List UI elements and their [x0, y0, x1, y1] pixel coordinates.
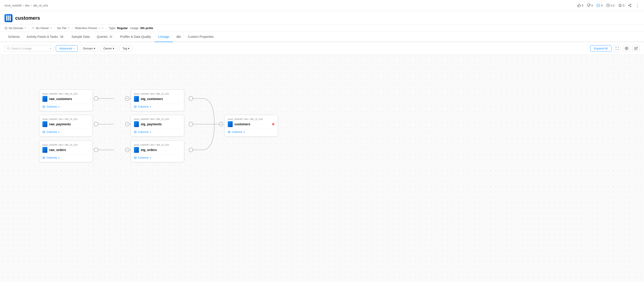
columns-icon: [134, 105, 137, 108]
node-stg-payments-columns[interactable]: Columns ▾: [134, 129, 181, 133]
connector-stg-orders-out: [189, 148, 193, 152]
retention-meta: Retention Period: -- ✎: [75, 26, 104, 30]
domain-filter-button[interactable]: Domain ▾: [80, 45, 98, 52]
connector-raw-customers-out: [94, 96, 98, 101]
clock-count: 0.2: [611, 4, 615, 7]
usage-value: 0th pctile: [140, 26, 153, 30]
svg-rect-42: [134, 157, 136, 159]
retention-value: --: [98, 26, 100, 30]
connector-stg-orders-in: −: [125, 148, 130, 152]
thumbsup-metric[interactable]: 0: [577, 4, 583, 7]
search-icon: [7, 47, 10, 50]
lineage-connections: [0, 55, 644, 282]
columns-chevron-icon: ▾: [150, 131, 151, 133]
tab-dbt[interactable]: dbt: [173, 32, 184, 42]
node-stg-orders-columns[interactable]: Columns ▾: [134, 155, 181, 159]
type-prefix: Type:: [109, 26, 116, 30]
node-raw-payments-name-row: raw_payments: [42, 121, 89, 127]
tab-queries-badge: 0: [109, 35, 113, 38]
node-raw-orders-name-row: raw_orders: [42, 147, 89, 153]
breadcrumb-part-3[interactable]: dbt_cli_e2e: [33, 4, 48, 7]
owner-filter-button[interactable]: Owner ▾: [100, 45, 117, 52]
settings-button[interactable]: [623, 45, 630, 52]
tag-filter-button[interactable]: Tag ▾: [120, 45, 132, 52]
node-raw-customers-columns[interactable]: Columns ▾: [42, 104, 89, 108]
tab-lineage[interactable]: Lineage: [154, 32, 173, 42]
node-raw-orders-columns[interactable]: Columns ▾: [42, 155, 89, 159]
current-node-marker: ✖: [272, 122, 275, 126]
domain-edit[interactable]: ✎: [24, 27, 26, 30]
node-raw-payments-path: local_redshift / dev / dbt_cli_e2e: [42, 118, 89, 120]
node-customers[interactable]: local_redshift / dev / dbt_cli_e2e custo…: [224, 115, 278, 136]
owner-filter-label: Owner: [104, 47, 112, 50]
tab-profiler[interactable]: Profiler & Data Quality: [116, 32, 155, 42]
columns-chevron-icon: ▾: [58, 157, 60, 159]
owner-edit[interactable]: ✎: [50, 27, 52, 30]
check-metric[interactable]: 0: [596, 4, 602, 7]
retention-edit[interactable]: ✎: [102, 27, 104, 30]
fullscreen-icon: [616, 47, 619, 50]
node-raw-customers-title: raw_customers: [49, 97, 72, 101]
node-customers-name-row: customers ✖: [228, 121, 275, 127]
owner-meta: No Owner ✎: [32, 26, 52, 30]
search-chevron-icon: ▾: [50, 47, 51, 50]
more-options-button[interactable]: ⋮: [635, 3, 640, 8]
edit-lineage-button[interactable]: [632, 45, 640, 52]
tab-schema[interactable]: Schema: [4, 32, 23, 42]
thumbsup-count: 0: [582, 4, 583, 7]
columns-icon: [42, 157, 45, 159]
connector-stg-payments-out: [189, 122, 193, 126]
domain-chevron-icon: ▾: [94, 47, 95, 50]
clock-metric[interactable]: 0.2: [606, 4, 615, 7]
owner-icon: [32, 27, 34, 30]
tab-queries-label: Queries: [97, 35, 108, 39]
node-stg-payments[interactable]: local_redshift / dev / dbt_cli_e2e stg_p…: [131, 115, 184, 136]
node-stg-payments-title: stg_payments: [141, 122, 162, 126]
tier-edit[interactable]: ✎: [68, 27, 70, 30]
node-raw-customers-db-icon: [42, 96, 47, 102]
breadcrumb-part-1[interactable]: local_redshift: [4, 4, 22, 7]
node-raw-payments[interactable]: local_redshift / dev / dbt_cli_e2e raw_p…: [39, 115, 93, 136]
star-metric[interactable]: 0: [618, 4, 624, 7]
tab-activity[interactable]: Activity Feeds & Tasks 18: [23, 32, 68, 42]
expand-all-button[interactable]: Expand All: [590, 45, 612, 52]
columns-chevron-icon: ▾: [58, 106, 60, 108]
node-customers-columns[interactable]: Columns ▾: [228, 129, 275, 133]
tab-dbt-label: dbt: [176, 35, 181, 39]
svg-rect-27: [134, 106, 136, 108]
settings-icon: [625, 47, 628, 50]
thumbsdown-metric[interactable]: 0: [587, 4, 593, 7]
svg-rect-30: [43, 131, 45, 133]
breadcrumb-part-2[interactable]: dev: [25, 4, 30, 7]
thumbsdown-icon: [587, 4, 590, 7]
expand-all-label: Expand All: [594, 47, 608, 50]
tab-queries[interactable]: Queries 0: [93, 32, 116, 42]
node-raw-payments-title: raw_payments: [49, 122, 71, 126]
tab-sample[interactable]: Sample Data: [68, 32, 93, 42]
fullscreen-button[interactable]: [614, 45, 621, 52]
node-raw-payments-columns[interactable]: Columns ▾: [42, 129, 89, 133]
breadcrumb: local_redshift / dev / dbt_cli_e2e: [4, 4, 48, 7]
breadcrumb-sep-1: /: [23, 4, 24, 7]
share-icon: [628, 4, 632, 7]
node-stg-customers-columns[interactable]: Columns ▾: [134, 104, 181, 108]
node-stg-orders[interactable]: local_redshift / dev / dbt_cli_e2e stg_o…: [131, 140, 184, 162]
node-raw-orders[interactable]: local_redshift / dev / dbt_cli_e2e raw_o…: [39, 140, 93, 162]
svg-point-4: [628, 5, 629, 6]
share-metric[interactable]: [628, 4, 632, 7]
svg-point-3: [630, 4, 631, 5]
connector-raw-payments-out: [94, 122, 98, 126]
tab-custom[interactable]: Custom Properties: [184, 32, 217, 42]
domain-icon: [4, 27, 8, 30]
title-icon: [4, 14, 12, 22]
tier-meta: No Tier ✎: [57, 26, 70, 30]
domain-label: No Domain: [9, 26, 23, 30]
search-lineage-input[interactable]: Search Lineage ▾: [4, 45, 54, 52]
page-title-bar: customers: [0, 11, 644, 25]
tabs-bar: Schema Activity Feeds & Tasks 18 Sample …: [0, 32, 644, 42]
advanced-button[interactable]: Advanced ›: [56, 45, 78, 52]
node-raw-customers[interactable]: local_redshift / dev / dbt_cli_e2e raw_c…: [39, 89, 93, 111]
lineage-canvas[interactable]: local_redshift / dev / dbt_cli_e2e raw_c…: [0, 55, 644, 282]
node-stg-customers[interactable]: local_redshift / dev / dbt_cli_e2e stg_c…: [131, 89, 184, 111]
metrics-bar: 0 0 0 0.2 0 ⋮: [577, 3, 640, 8]
